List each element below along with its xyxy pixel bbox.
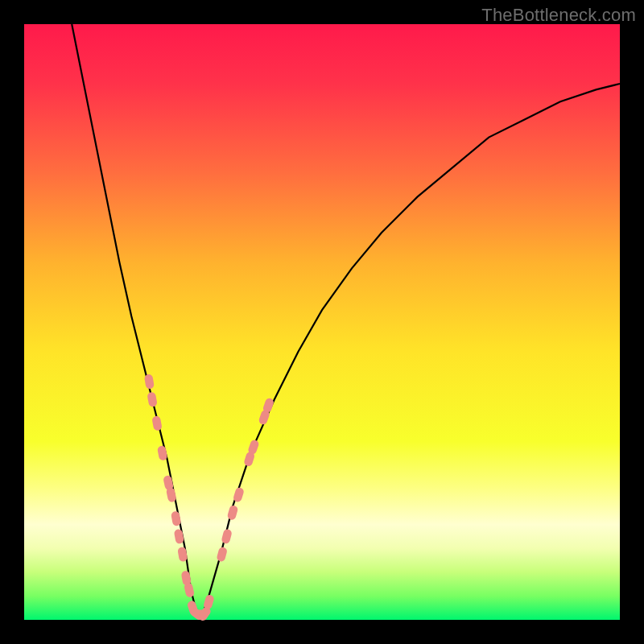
plot-svg bbox=[24, 24, 620, 620]
watermark-text: TheBottleneck.com bbox=[481, 5, 636, 26]
outer-frame: TheBottleneck.com bbox=[0, 0, 644, 644]
plot-area bbox=[24, 24, 620, 620]
gradient-bg bbox=[24, 24, 620, 620]
